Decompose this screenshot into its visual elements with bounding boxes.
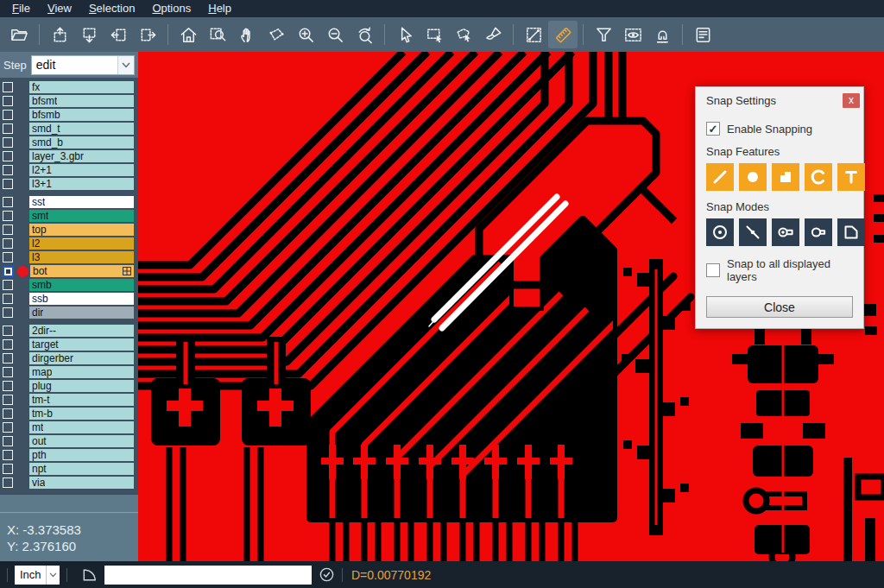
snap-mode-contour-button[interactable] — [837, 218, 865, 246]
layer-row[interactable]: bfsmt — [0, 95, 138, 107]
menu-selection[interactable]: Selection — [80, 1, 143, 16]
layer-row[interactable]: via — [0, 477, 138, 489]
layer-row[interactable]: tm-t — [0, 394, 138, 406]
layer-name-cell[interactable]: l3 — [29, 251, 134, 263]
snap-feature-line-button[interactable] — [706, 163, 734, 191]
menu-help[interactable]: Help — [199, 1, 240, 16]
layer-name-cell[interactable]: npt — [29, 463, 134, 475]
select-rectangle-button[interactable] — [420, 21, 449, 48]
zoom-previous-button[interactable] — [350, 21, 379, 48]
view-window-button[interactable] — [618, 21, 647, 48]
paint-brush-button[interactable] — [478, 21, 508, 48]
layer-name-cell[interactable]: tm-b — [29, 408, 134, 420]
layer-row[interactable]: smd_b — [0, 136, 138, 149]
layer-row[interactable]: ssb — [0, 293, 138, 305]
zoom-in-button[interactable] — [291, 21, 320, 48]
layer-name-cell[interactable]: sst — [29, 196, 134, 208]
layer-row[interactable]: smb — [0, 279, 138, 291]
snap-feature-surface-button[interactable] — [772, 163, 799, 191]
layer-row[interactable]: pth — [0, 449, 138, 461]
menu-view[interactable]: View — [39, 1, 80, 16]
layer-visibility-checkbox[interactable] — [3, 326, 13, 336]
select-cursor-button[interactable] — [390, 21, 420, 48]
layer-row[interactable]: map — [0, 366, 138, 378]
layer-name-cell[interactable]: bot — [30, 265, 134, 277]
dialog-close-button[interactable]: Close — [706, 296, 853, 318]
snap-mode-slot-center-button[interactable] — [772, 218, 799, 246]
layer-name-cell[interactable]: smd_t — [29, 123, 134, 135]
snap-mode-slot-outline-button[interactable] — [805, 218, 832, 246]
layer-name-cell[interactable]: layer_3.gbr — [29, 150, 134, 162]
layer-name-cell[interactable]: tm-t — [29, 394, 134, 406]
layer-name-cell[interactable]: 2dir-- — [29, 325, 134, 337]
layer-visibility-checkbox[interactable] — [3, 238, 13, 249]
layer-row[interactable]: bfsmb — [0, 109, 138, 121]
zoom-home-button[interactable] — [174, 21, 203, 48]
close-icon[interactable]: x — [843, 93, 860, 108]
filter-button[interactable] — [589, 21, 618, 48]
zoom-out-button[interactable] — [320, 21, 350, 48]
report-list-button[interactable] — [688, 21, 717, 48]
snap-mode-center-button[interactable] — [706, 218, 734, 246]
zoom-polygon-button[interactable] — [262, 21, 291, 48]
layer-row[interactable]: l3+1 — [0, 178, 138, 190]
layer-visibility-checkbox[interactable] — [3, 82, 13, 92]
layer-visibility-checkbox[interactable] — [3, 280, 13, 290]
select-polygon-button[interactable] — [449, 21, 478, 48]
layer-visibility-checkbox[interactable] — [3, 96, 13, 106]
snap-mode-point-on-line-button[interactable] — [739, 218, 767, 246]
layer-visibility-checkbox[interactable] — [3, 266, 14, 277]
layer-visibility-checkbox[interactable] — [3, 339, 13, 350]
layer-row[interactable]: smd_t — [0, 123, 138, 135]
snap-feature-text-button[interactable] — [837, 163, 865, 191]
enable-snapping-checkbox[interactable]: ✓ — [706, 122, 720, 136]
layer-name-cell[interactable]: l2+1 — [29, 164, 134, 176]
layer-row[interactable]: out — [0, 435, 138, 447]
layer-visibility-checkbox[interactable] — [3, 353, 13, 364]
layer-name-cell[interactable]: smd_b — [29, 136, 134, 149]
layer-visibility-checkbox[interactable] — [3, 464, 13, 474]
all-layers-checkbox[interactable] — [706, 263, 720, 277]
chevron-down-icon[interactable] — [117, 56, 134, 74]
layer-row[interactable]: dir — [0, 307, 138, 319]
layer-name-cell[interactable]: ssb — [29, 293, 134, 305]
layer-visibility-checkbox[interactable] — [3, 477, 13, 488]
layer-name-cell[interactable]: dirgerber — [29, 352, 134, 364]
zoom-window-button[interactable] — [203, 21, 232, 48]
layer-row[interactable]: top — [0, 224, 138, 236]
enable-snapping-row[interactable]: ✓ Enable Snapping — [706, 122, 853, 136]
layer-name-cell[interactable]: l2 — [29, 237, 134, 250]
snap-feature-arc-button[interactable] — [805, 163, 832, 191]
layer-visibility-checkbox[interactable] — [3, 224, 13, 235]
layer-visibility-checkbox[interactable] — [3, 151, 13, 161]
layer-name-cell[interactable]: plug — [29, 380, 134, 392]
layer-name-cell[interactable]: dir — [29, 307, 134, 319]
layer-visibility-checkbox[interactable] — [3, 307, 13, 318]
layer-name-cell[interactable]: top — [29, 224, 134, 236]
layer-row[interactable]: l2+1 — [0, 164, 138, 176]
scroll-left-button[interactable] — [104, 21, 133, 48]
menu-file[interactable]: File — [3, 1, 39, 16]
layer-visibility-checkbox[interactable] — [3, 110, 13, 120]
layer-name-cell[interactable]: mt — [29, 421, 134, 433]
measure-ruler-button[interactable] — [548, 21, 578, 48]
layer-row[interactable]: smt — [0, 210, 138, 222]
scroll-down-button[interactable] — [74, 21, 104, 48]
layer-visibility-checkbox[interactable] — [3, 179, 13, 189]
layer-visibility-checkbox[interactable] — [3, 381, 13, 391]
snap-magnet-button[interactable] — [647, 21, 677, 48]
layer-visibility-checkbox[interactable] — [3, 197, 13, 207]
angle-measure-icon[interactable] — [81, 566, 98, 583]
layer-visibility-checkbox[interactable] — [3, 450, 13, 460]
layer-name-cell[interactable]: via — [29, 477, 134, 489]
all-layers-row[interactable]: Snap to all displayed layers — [706, 257, 853, 283]
layer-row[interactable]: plug — [0, 380, 138, 392]
layer-name-cell[interactable]: smt — [29, 210, 134, 222]
scroll-right-button[interactable] — [133, 21, 162, 48]
layer-visibility-checkbox[interactable] — [3, 252, 13, 262]
layer-row[interactable]: fx — [0, 81, 138, 93]
layer-row[interactable]: dirgerber — [0, 352, 138, 364]
layer-visibility-checkbox[interactable] — [3, 367, 13, 377]
layer-visibility-checkbox[interactable] — [3, 422, 13, 433]
layer-row[interactable]: mt — [0, 421, 138, 433]
